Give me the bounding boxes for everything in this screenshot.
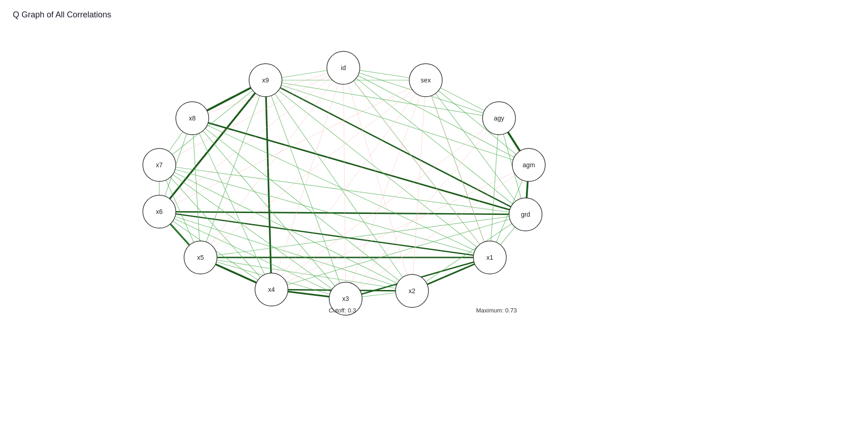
svg-text:x5: x5: [197, 254, 204, 261]
graph-svg: x9idsexagyagmgrdx1x2x3x4x5x6x7x8Cutoff: …: [0, 0, 868, 443]
svg-line-22: [266, 80, 346, 299]
svg-line-23: [201, 80, 266, 257]
svg-text:agy: agy: [494, 115, 505, 122]
svg-text:x1: x1: [487, 254, 494, 261]
svg-line-12: [159, 212, 526, 214]
svg-text:sex: sex: [421, 77, 431, 84]
svg-line-38: [159, 165, 526, 214]
svg-text:id: id: [341, 64, 346, 71]
svg-text:x7: x7: [156, 161, 163, 169]
svg-line-24: [159, 80, 266, 165]
svg-text:Cutoff: 0.3: Cutoff: 0.3: [329, 307, 356, 314]
svg-text:grd: grd: [521, 211, 530, 218]
svg-line-77: [346, 118, 499, 299]
svg-line-27: [192, 118, 201, 257]
svg-text:x3: x3: [342, 295, 349, 302]
svg-line-1: [159, 80, 266, 212]
svg-text:agm: agm: [522, 161, 535, 169]
svg-line-70: [159, 80, 426, 212]
svg-line-31: [192, 118, 346, 299]
svg-line-30: [192, 118, 412, 291]
svg-text:x2: x2: [409, 287, 416, 295]
svg-line-71: [201, 80, 426, 257]
svg-text:x6: x6: [156, 208, 163, 215]
svg-line-79: [346, 165, 529, 299]
svg-text:x8: x8: [189, 115, 196, 122]
svg-line-48: [412, 214, 526, 291]
svg-text:x9: x9: [262, 77, 269, 84]
svg-text:Maximum: 0.73: Maximum: 0.73: [476, 307, 517, 314]
svg-line-44: [201, 257, 412, 291]
svg-line-34: [159, 165, 271, 290]
svg-line-21: [266, 80, 412, 291]
svg-text:x4: x4: [268, 286, 275, 293]
svg-line-67: [343, 68, 346, 299]
svg-line-35: [159, 165, 346, 299]
svg-line-76: [271, 118, 499, 290]
svg-line-13: [266, 80, 526, 214]
